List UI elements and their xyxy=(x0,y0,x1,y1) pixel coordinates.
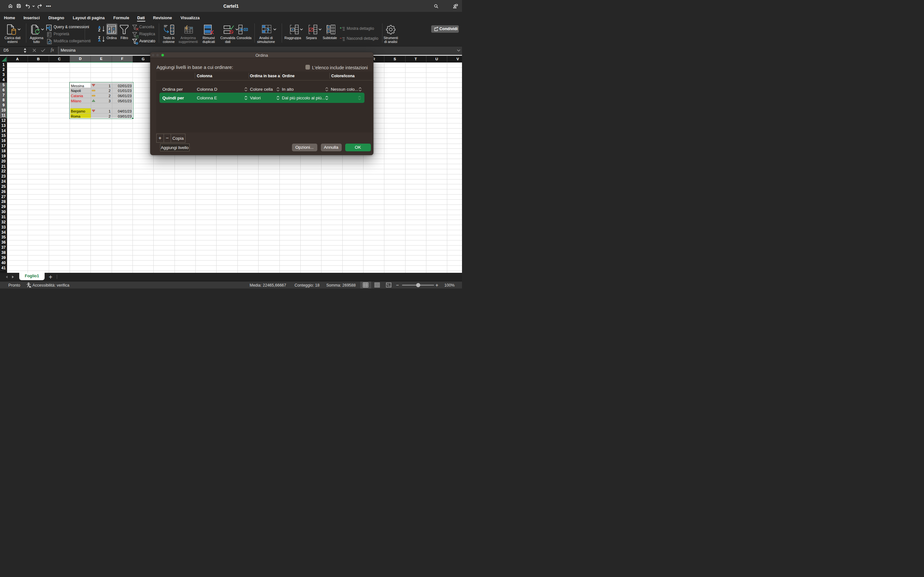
svg-text:?: ? xyxy=(266,27,270,34)
svg-text:Z: Z xyxy=(113,30,115,33)
svg-text:A: A xyxy=(108,30,111,33)
